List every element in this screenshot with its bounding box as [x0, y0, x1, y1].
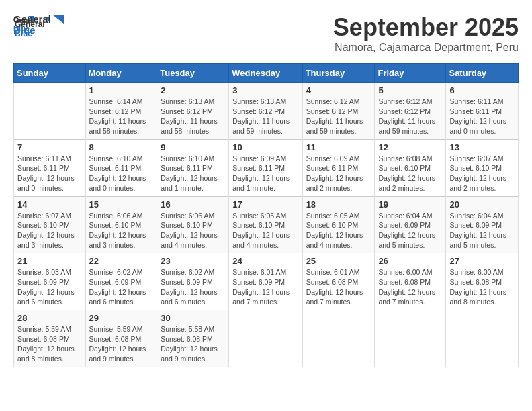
- day-number: 30: [161, 313, 225, 323]
- day-cell: 15Sunrise: 6:06 AM Sunset: 6:10 PM Dayli…: [85, 196, 157, 253]
- day-number: 1: [89, 85, 154, 95]
- day-number: 22: [89, 256, 154, 266]
- title-section: September 2025 Namora, Cajamarca Departm…: [333, 13, 519, 54]
- day-info: Sunrise: 6:06 AM Sunset: 6:10 PM Dayligh…: [89, 211, 154, 250]
- day-info: Sunrise: 6:01 AM Sunset: 6:08 PM Dayligh…: [306, 267, 371, 307]
- subtitle: Namora, Cajamarca Department, Peru: [333, 42, 519, 54]
- day-cell: 3Sunrise: 6:13 AM Sunset: 6:12 PM Daylig…: [229, 83, 302, 140]
- day-number: 13: [449, 142, 515, 152]
- day-info: Sunrise: 6:02 AM Sunset: 6:09 PM Dayligh…: [161, 267, 225, 307]
- day-number: 10: [232, 142, 298, 152]
- day-number: 9: [161, 142, 225, 152]
- day-cell: 19Sunrise: 6:04 AM Sunset: 6:09 PM Dayli…: [375, 196, 446, 253]
- day-cell: 17Sunrise: 6:05 AM Sunset: 6:10 PM Dayli…: [229, 196, 302, 253]
- day-cell: 21Sunrise: 6:03 AM Sunset: 6:09 PM Dayli…: [14, 253, 86, 310]
- day-info: Sunrise: 6:10 AM Sunset: 6:11 PM Dayligh…: [89, 154, 154, 193]
- day-cell: 1Sunrise: 6:14 AM Sunset: 6:12 PM Daylig…: [85, 83, 157, 140]
- header-day-saturday: Saturday: [446, 64, 519, 83]
- week-row-5: 28Sunrise: 5:59 AM Sunset: 6:08 PM Dayli…: [14, 310, 519, 367]
- day-info: Sunrise: 6:07 AM Sunset: 6:10 PM Dayligh…: [17, 211, 82, 250]
- day-info: Sunrise: 5:58 AM Sunset: 6:08 PM Dayligh…: [161, 324, 225, 364]
- header-day-friday: Friday: [375, 64, 446, 83]
- day-info: Sunrise: 6:13 AM Sunset: 6:12 PM Dayligh…: [232, 97, 298, 136]
- day-info: Sunrise: 6:00 AM Sunset: 6:08 PM Dayligh…: [378, 267, 442, 307]
- day-info: Sunrise: 6:00 AM Sunset: 6:08 PM Dayligh…: [449, 267, 515, 307]
- logo-blue: Blue: [13, 24, 64, 36]
- day-number: 2: [161, 85, 225, 95]
- week-row-1: 1Sunrise: 6:14 AM Sunset: 6:12 PM Daylig…: [14, 83, 519, 140]
- day-number: 17: [232, 199, 298, 210]
- day-cell: [375, 310, 446, 367]
- day-number: 19: [378, 199, 442, 210]
- day-info: Sunrise: 6:07 AM Sunset: 6:10 PM Dayligh…: [449, 154, 515, 193]
- day-cell: [229, 310, 302, 367]
- day-number: 8: [89, 142, 154, 152]
- day-cell: 10Sunrise: 6:09 AM Sunset: 6:11 PM Dayli…: [229, 139, 302, 196]
- day-number: 7: [17, 142, 82, 152]
- day-cell: [302, 310, 375, 367]
- day-number: 21: [17, 256, 82, 266]
- day-info: Sunrise: 6:04 AM Sunset: 6:09 PM Dayligh…: [378, 211, 442, 250]
- day-cell: 11Sunrise: 6:09 AM Sunset: 6:11 PM Dayli…: [302, 139, 375, 196]
- day-info: Sunrise: 6:05 AM Sunset: 6:10 PM Dayligh…: [232, 211, 298, 250]
- svg-marker-6: [52, 15, 64, 24]
- day-info: Sunrise: 6:03 AM Sunset: 6:09 PM Dayligh…: [17, 267, 82, 307]
- day-cell: 7Sunrise: 6:11 AM Sunset: 6:11 PM Daylig…: [14, 139, 86, 196]
- day-cell: 6Sunrise: 6:11 AM Sunset: 6:11 PM Daylig…: [446, 83, 519, 140]
- header-row: SundayMondayTuesdayWednesdayThursdayFrid…: [14, 64, 519, 83]
- header-day-wednesday: Wednesday: [229, 64, 302, 83]
- day-info: Sunrise: 6:13 AM Sunset: 6:12 PM Dayligh…: [161, 97, 225, 136]
- day-cell: 18Sunrise: 6:05 AM Sunset: 6:10 PM Dayli…: [302, 196, 375, 253]
- day-cell: 24Sunrise: 6:01 AM Sunset: 6:09 PM Dayli…: [229, 253, 302, 310]
- day-info: Sunrise: 6:04 AM Sunset: 6:09 PM Dayligh…: [449, 211, 515, 250]
- day-number: 20: [449, 199, 515, 210]
- day-info: Sunrise: 6:12 AM Sunset: 6:12 PM Dayligh…: [306, 97, 371, 136]
- week-row-2: 7Sunrise: 6:11 AM Sunset: 6:11 PM Daylig…: [14, 139, 519, 196]
- day-number: 29: [89, 313, 154, 323]
- day-info: Sunrise: 6:10 AM Sunset: 6:11 PM Dayligh…: [161, 154, 225, 193]
- day-cell: 25Sunrise: 6:01 AM Sunset: 6:08 PM Dayli…: [302, 253, 375, 310]
- day-number: 27: [449, 256, 515, 266]
- month-title: September 2025: [333, 13, 519, 42]
- calendar-table: SundayMondayTuesdayWednesdayThursdayFrid…: [13, 63, 519, 367]
- day-cell: 2Sunrise: 6:13 AM Sunset: 6:12 PM Daylig…: [157, 83, 229, 140]
- day-number: 25: [306, 256, 371, 266]
- day-info: Sunrise: 6:01 AM Sunset: 6:09 PM Dayligh…: [232, 267, 298, 307]
- day-number: 3: [232, 85, 298, 95]
- day-cell: 28Sunrise: 5:59 AM Sunset: 6:08 PM Dayli…: [14, 310, 86, 367]
- day-cell: 8Sunrise: 6:10 AM Sunset: 6:11 PM Daylig…: [85, 139, 157, 196]
- day-cell: 12Sunrise: 6:08 AM Sunset: 6:10 PM Dayli…: [375, 139, 446, 196]
- day-cell: 16Sunrise: 6:06 AM Sunset: 6:10 PM Dayli…: [157, 196, 229, 253]
- header-day-monday: Monday: [85, 64, 157, 83]
- header-day-thursday: Thursday: [302, 64, 375, 83]
- day-cell: 14Sunrise: 6:07 AM Sunset: 6:10 PM Dayli…: [14, 196, 86, 253]
- day-cell: 22Sunrise: 6:02 AM Sunset: 6:09 PM Dayli…: [85, 253, 157, 310]
- day-info: Sunrise: 6:11 AM Sunset: 6:11 PM Dayligh…: [17, 154, 82, 193]
- day-number: 16: [161, 199, 225, 210]
- logo-chevron-icon: [52, 15, 64, 24]
- day-info: Sunrise: 6:12 AM Sunset: 6:12 PM Dayligh…: [378, 97, 442, 136]
- day-number: 14: [17, 199, 82, 210]
- day-number: 15: [89, 199, 154, 210]
- day-info: Sunrise: 6:08 AM Sunset: 6:10 PM Dayligh…: [378, 154, 442, 193]
- day-info: Sunrise: 6:14 AM Sunset: 6:12 PM Dayligh…: [89, 97, 154, 136]
- day-number: 5: [378, 85, 442, 95]
- day-cell: 20Sunrise: 6:04 AM Sunset: 6:09 PM Dayli…: [446, 196, 519, 253]
- day-cell: 5Sunrise: 6:12 AM Sunset: 6:12 PM Daylig…: [375, 83, 446, 140]
- header-day-tuesday: Tuesday: [157, 64, 229, 83]
- day-cell: [14, 83, 86, 140]
- day-info: Sunrise: 6:02 AM Sunset: 6:09 PM Dayligh…: [89, 267, 154, 307]
- day-info: Sunrise: 5:59 AM Sunset: 6:08 PM Dayligh…: [17, 324, 82, 364]
- day-cell: 29Sunrise: 5:59 AM Sunset: 6:08 PM Dayli…: [85, 310, 157, 367]
- day-number: 23: [161, 256, 225, 266]
- day-info: Sunrise: 6:09 AM Sunset: 6:11 PM Dayligh…: [306, 154, 371, 193]
- day-cell: 26Sunrise: 6:00 AM Sunset: 6:08 PM Dayli…: [375, 253, 446, 310]
- day-number: 4: [306, 85, 371, 95]
- day-number: 18: [306, 199, 371, 210]
- day-cell: [446, 310, 519, 367]
- day-cell: 23Sunrise: 6:02 AM Sunset: 6:09 PM Dayli…: [157, 253, 229, 310]
- day-number: 11: [306, 142, 371, 152]
- day-cell: 4Sunrise: 6:12 AM Sunset: 6:12 PM Daylig…: [302, 83, 375, 140]
- day-number: 28: [17, 313, 82, 323]
- header-day-sunday: Sunday: [14, 64, 86, 83]
